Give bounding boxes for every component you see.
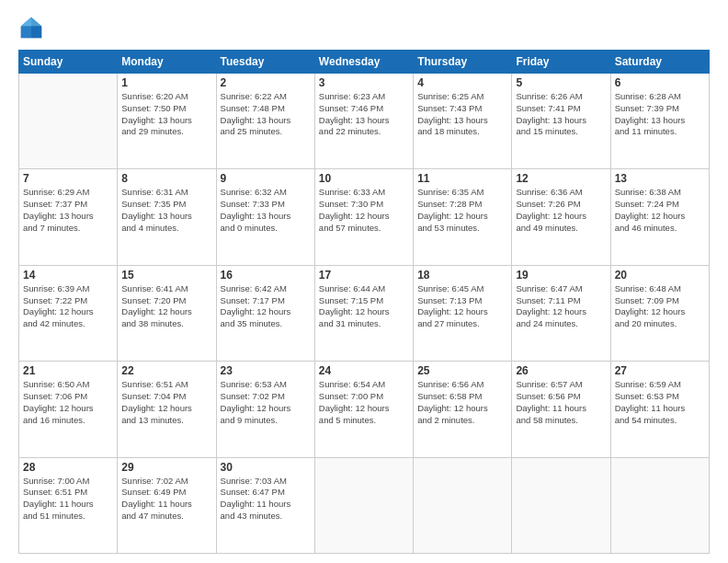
weekday-header: Friday [512,51,610,74]
cell-info: Sunrise: 6:59 AM Sunset: 6:53 PM Dayligh… [615,379,705,426]
cell-info: Sunrise: 6:56 AM Sunset: 6:58 PM Dayligh… [417,379,507,426]
day-number: 3 [319,76,409,89]
cell-info: Sunrise: 7:03 AM Sunset: 6:47 PM Dayligh… [221,476,311,523]
cell-info: Sunrise: 6:45 AM Sunset: 7:13 PM Dayligh… [417,283,507,330]
calendar-cell: 11Sunrise: 6:35 AM Sunset: 7:28 PM Dayli… [414,169,512,265]
cell-info: Sunrise: 6:28 AM Sunset: 7:39 PM Dayligh… [615,91,705,138]
calendar-cell: 12Sunrise: 6:36 AM Sunset: 7:26 PM Dayli… [512,169,610,265]
day-number: 24 [319,364,409,377]
logo-icon [18,15,44,40]
calendar-week-row: 7Sunrise: 6:29 AM Sunset: 7:37 PM Daylig… [19,169,710,265]
day-number: 8 [121,172,211,185]
weekday-header: Wednesday [314,51,413,74]
calendar-cell: 13Sunrise: 6:38 AM Sunset: 7:24 PM Dayli… [610,169,709,265]
cell-info: Sunrise: 6:54 AM Sunset: 7:00 PM Dayligh… [319,379,409,426]
calendar-header-row: SundayMondayTuesdayWednesdayThursdayFrid… [19,51,710,74]
day-number: 4 [417,76,507,89]
day-number: 17 [319,269,409,282]
weekday-header: Sunday [19,51,118,74]
cell-info: Sunrise: 6:32 AM Sunset: 7:33 PM Dayligh… [221,187,311,234]
calendar-cell: 20Sunrise: 6:48 AM Sunset: 7:09 PM Dayli… [610,265,709,361]
cell-info: Sunrise: 6:42 AM Sunset: 7:17 PM Dayligh… [221,283,311,330]
cell-info: Sunrise: 6:47 AM Sunset: 7:11 PM Dayligh… [516,283,606,330]
calendar-cell: 1Sunrise: 6:20 AM Sunset: 7:50 PM Daylig… [118,74,216,169]
day-number: 19 [516,269,606,282]
page: SundayMondayTuesdayWednesdayThursdayFrid… [0,0,728,563]
day-number: 2 [221,76,311,89]
calendar-table: SundayMondayTuesdayWednesdayThursdayFrid… [18,50,710,554]
day-number: 9 [221,172,311,185]
calendar-cell: 21Sunrise: 6:50 AM Sunset: 7:06 PM Dayli… [19,362,118,457]
cell-info: Sunrise: 6:29 AM Sunset: 7:37 PM Dayligh… [23,187,113,234]
calendar-cell: 27Sunrise: 6:59 AM Sunset: 6:53 PM Dayli… [610,362,709,457]
day-number: 21 [23,364,113,377]
cell-info: Sunrise: 6:33 AM Sunset: 7:30 PM Dayligh… [319,187,409,234]
cell-info: Sunrise: 6:35 AM Sunset: 7:28 PM Dayligh… [417,187,507,234]
day-number: 7 [23,172,113,185]
cell-info: Sunrise: 6:31 AM Sunset: 7:35 PM Dayligh… [121,187,211,234]
calendar-cell: 9Sunrise: 6:32 AM Sunset: 7:33 PM Daylig… [216,169,314,265]
day-number: 29 [121,461,211,474]
calendar-cell [610,457,709,553]
calendar-cell: 17Sunrise: 6:44 AM Sunset: 7:15 PM Dayli… [314,265,413,361]
calendar-cell [314,457,413,553]
calendar-cell: 8Sunrise: 6:31 AM Sunset: 7:35 PM Daylig… [118,169,216,265]
svg-marker-2 [31,27,41,39]
day-number: 20 [615,269,705,282]
day-number: 1 [121,76,211,89]
calendar-cell: 22Sunrise: 6:51 AM Sunset: 7:04 PM Dayli… [118,362,216,457]
day-number: 14 [23,269,113,282]
calendar-cell [512,457,610,553]
svg-marker-4 [21,17,31,27]
cell-info: Sunrise: 6:51 AM Sunset: 7:04 PM Dayligh… [121,379,211,426]
calendar-cell [19,74,118,169]
cell-info: Sunrise: 6:39 AM Sunset: 7:22 PM Dayligh… [23,283,113,330]
calendar-cell: 3Sunrise: 6:23 AM Sunset: 7:46 PM Daylig… [314,74,413,169]
cell-info: Sunrise: 6:57 AM Sunset: 6:56 PM Dayligh… [516,379,606,426]
calendar-cell [414,457,512,553]
day-number: 25 [417,364,507,377]
calendar-cell: 25Sunrise: 6:56 AM Sunset: 6:58 PM Dayli… [414,362,512,457]
day-number: 12 [516,172,606,185]
cell-info: Sunrise: 6:44 AM Sunset: 7:15 PM Dayligh… [319,283,409,330]
calendar-cell: 7Sunrise: 6:29 AM Sunset: 7:37 PM Daylig… [19,169,118,265]
cell-info: Sunrise: 6:36 AM Sunset: 7:26 PM Dayligh… [516,187,606,234]
calendar-cell: 6Sunrise: 6:28 AM Sunset: 7:39 PM Daylig… [610,74,709,169]
calendar-cell: 14Sunrise: 6:39 AM Sunset: 7:22 PM Dayli… [19,265,118,361]
calendar-week-row: 1Sunrise: 6:20 AM Sunset: 7:50 PM Daylig… [19,74,710,169]
calendar-week-row: 21Sunrise: 6:50 AM Sunset: 7:06 PM Dayli… [19,362,710,457]
cell-info: Sunrise: 6:53 AM Sunset: 7:02 PM Dayligh… [221,379,311,426]
calendar-week-row: 28Sunrise: 7:00 AM Sunset: 6:51 PM Dayli… [19,457,710,553]
calendar-cell: 24Sunrise: 6:54 AM Sunset: 7:00 PM Dayli… [314,362,413,457]
cell-info: Sunrise: 6:25 AM Sunset: 7:43 PM Dayligh… [417,91,507,138]
cell-info: Sunrise: 7:02 AM Sunset: 6:49 PM Dayligh… [121,476,211,523]
cell-info: Sunrise: 7:00 AM Sunset: 6:51 PM Dayligh… [23,476,113,523]
cell-info: Sunrise: 6:20 AM Sunset: 7:50 PM Dayligh… [121,91,211,138]
day-number: 30 [221,461,311,474]
day-number: 5 [516,76,606,89]
calendar-cell: 30Sunrise: 7:03 AM Sunset: 6:47 PM Dayli… [216,457,314,553]
day-number: 6 [615,76,705,89]
day-number: 15 [121,269,211,282]
weekday-header: Tuesday [216,51,314,74]
day-number: 13 [615,172,705,185]
calendar-week-row: 14Sunrise: 6:39 AM Sunset: 7:22 PM Dayli… [19,265,710,361]
calendar-cell: 26Sunrise: 6:57 AM Sunset: 6:56 PM Dayli… [512,362,610,457]
day-number: 18 [417,269,507,282]
cell-info: Sunrise: 6:48 AM Sunset: 7:09 PM Dayligh… [615,283,705,330]
svg-marker-1 [31,17,41,27]
weekday-header: Saturday [610,51,709,74]
calendar-cell: 15Sunrise: 6:41 AM Sunset: 7:20 PM Dayli… [118,265,216,361]
header [18,15,710,40]
calendar-cell: 28Sunrise: 7:00 AM Sunset: 6:51 PM Dayli… [19,457,118,553]
cell-info: Sunrise: 6:23 AM Sunset: 7:46 PM Dayligh… [319,91,409,138]
cell-info: Sunrise: 6:41 AM Sunset: 7:20 PM Dayligh… [121,283,211,330]
cell-info: Sunrise: 6:22 AM Sunset: 7:48 PM Dayligh… [221,91,311,138]
svg-marker-3 [21,27,31,39]
calendar-cell: 18Sunrise: 6:45 AM Sunset: 7:13 PM Dayli… [414,265,512,361]
cell-info: Sunrise: 6:38 AM Sunset: 7:24 PM Dayligh… [615,187,705,234]
calendar-cell: 16Sunrise: 6:42 AM Sunset: 7:17 PM Dayli… [216,265,314,361]
calendar-cell: 29Sunrise: 7:02 AM Sunset: 6:49 PM Dayli… [118,457,216,553]
logo [18,15,48,40]
day-number: 16 [221,269,311,282]
